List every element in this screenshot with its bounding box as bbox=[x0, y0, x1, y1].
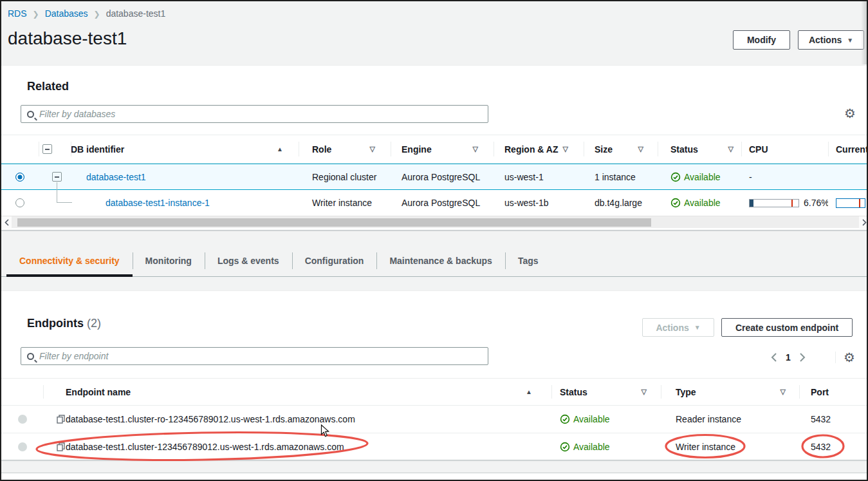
sort-toggle-icon: ▽ bbox=[728, 145, 734, 153]
horizontal-scrollbar[interactable] bbox=[1, 216, 868, 228]
engine-cell: Aurora PostgreSQL bbox=[391, 190, 494, 216]
create-custom-endpoint-label: Create custom endpoint bbox=[735, 323, 838, 333]
role-header-label: Role bbox=[312, 144, 331, 155]
endpoints-count: (2) bbox=[87, 317, 101, 330]
db-identifier-header[interactable]: DB identifier ▲ bbox=[71, 135, 299, 163]
tab-logs-events[interactable]: Logs & events bbox=[205, 245, 292, 276]
breadcrumb-rds-link[interactable]: RDS bbox=[8, 8, 27, 19]
actions-button[interactable]: Actions ▼ bbox=[798, 30, 864, 50]
region-cell: us-west-1b bbox=[494, 190, 584, 216]
tab-monitoring[interactable]: Monitoring bbox=[133, 245, 205, 276]
sort-ascending-icon: ▲ bbox=[526, 388, 532, 395]
endpoint-name: database-test1.cluster-ro-123456789012.u… bbox=[66, 414, 355, 424]
role-cell: Writer instance bbox=[299, 190, 391, 216]
status-header[interactable]: Status ▽ bbox=[658, 135, 741, 163]
modify-button[interactable]: Modify bbox=[733, 30, 790, 50]
cpu-cell: 6.76% bbox=[741, 190, 828, 216]
endpoint-port-cell: 5432 bbox=[799, 433, 868, 460]
endpoint-name-header[interactable]: Endpoint name ▲ bbox=[43, 379, 551, 405]
cpu-header[interactable]: CPU bbox=[741, 135, 828, 163]
cpu-header-label: CPU bbox=[749, 144, 768, 155]
breadcrumb-current: database-test1 bbox=[106, 8, 166, 19]
select-all-column bbox=[1, 135, 39, 163]
table-row[interactable]: database-test1 Regional cluster Aurora P… bbox=[1, 164, 868, 190]
table-row[interactable]: database-test1.cluster-123456789012.us-w… bbox=[1, 433, 868, 460]
endpoints-actions-button-disabled[interactable]: Actions ▼ bbox=[642, 318, 714, 337]
status-cell: Available bbox=[658, 164, 741, 189]
rds-console-screen: RDS❯Databases❯database-test1 database-te… bbox=[0, 0, 868, 481]
endpoints-actions-label: Actions bbox=[656, 323, 688, 333]
select-column bbox=[1, 379, 43, 405]
cpu-value: 6.76% bbox=[804, 198, 828, 208]
region-az-header-label: Region & AZ bbox=[504, 144, 558, 155]
size-header[interactable]: Size ▽ bbox=[584, 135, 658, 163]
database-filter[interactable] bbox=[21, 105, 488, 123]
tab-maintenance-backups[interactable]: Maintenance & backups bbox=[376, 245, 505, 276]
breadcrumb-separator: ❯ bbox=[33, 10, 39, 19]
gear-icon[interactable]: ⚙ bbox=[844, 107, 856, 120]
create-custom-endpoint-button[interactable]: Create custom endpoint bbox=[721, 318, 853, 337]
breadcrumb-databases-link[interactable]: Databases bbox=[45, 8, 88, 19]
tab-configuration[interactable]: Configuration bbox=[292, 245, 377, 276]
current-header[interactable]: Current bbox=[828, 135, 868, 163]
db-table-header: DB identifier ▲ Role ▽ Engine ▽ Region &… bbox=[1, 135, 868, 164]
collapse-all-icon[interactable] bbox=[42, 144, 52, 154]
related-panel: Related ⚙ DB identifier ▲ Role ▽ Engine … bbox=[1, 66, 868, 230]
db-instance-link[interactable]: database-test1-instance-1 bbox=[106, 198, 210, 208]
caret-down-icon: ▼ bbox=[694, 324, 701, 331]
endpoint-status-header[interactable]: Status ▽ bbox=[551, 379, 661, 405]
endpoint-status-cell: Available bbox=[551, 433, 661, 460]
collapse-row-icon[interactable] bbox=[52, 172, 62, 182]
engine-header[interactable]: Engine ▽ bbox=[391, 135, 494, 163]
previous-page-button[interactable] bbox=[771, 353, 777, 362]
row-radio[interactable] bbox=[15, 198, 24, 207]
table-row[interactable]: database-test1.cluster-ro-123456789012.u… bbox=[1, 406, 868, 433]
row-radio-disabled[interactable] bbox=[18, 415, 27, 424]
endpoint-type-header[interactable]: Type ▽ bbox=[661, 379, 799, 405]
engine-cell: Aurora PostgreSQL bbox=[391, 164, 494, 189]
actions-button-label: Actions bbox=[809, 35, 842, 45]
toolbar-divider bbox=[835, 352, 836, 363]
next-section-edge bbox=[1, 473, 868, 481]
check-circle-icon bbox=[670, 172, 681, 182]
status-cell: Available bbox=[658, 190, 741, 216]
cpu-cell: - bbox=[741, 164, 828, 189]
sort-toggle-icon: ▽ bbox=[642, 388, 647, 396]
scroll-left-arrow[interactable] bbox=[1, 216, 12, 229]
endpoint-type-cell: Writer instance bbox=[661, 433, 799, 460]
role-header[interactable]: Role ▽ bbox=[299, 135, 391, 163]
tab-tags[interactable]: Tags bbox=[505, 245, 551, 276]
scroll-right-arrow[interactable] bbox=[859, 216, 868, 229]
endpoints-heading: Endpoints (2) bbox=[27, 317, 101, 330]
breadcrumb-separator: ❯ bbox=[94, 10, 100, 19]
endpoint-name-header-label: Endpoint name bbox=[66, 387, 131, 397]
table-row[interactable]: database-test1-instance-1 Writer instanc… bbox=[1, 190, 868, 216]
current-activity-bar bbox=[836, 198, 865, 208]
gear-icon[interactable]: ⚙ bbox=[844, 351, 855, 364]
region-az-header[interactable]: Region & AZ ▽ bbox=[494, 135, 584, 163]
page-number[interactable]: 1 bbox=[786, 352, 791, 363]
database-filter-input[interactable] bbox=[39, 109, 488, 119]
row-radio-disabled[interactable] bbox=[18, 442, 27, 451]
db-cluster-link[interactable]: database-test1 bbox=[86, 172, 146, 182]
search-icon bbox=[27, 353, 34, 360]
tree-connector-line bbox=[57, 182, 72, 203]
detail-tabs: Connectivity & security Monitoring Logs … bbox=[1, 245, 868, 277]
page-title: database-test1 bbox=[8, 28, 127, 49]
copy-icon[interactable] bbox=[57, 415, 65, 424]
scrollbar-thumb[interactable] bbox=[17, 218, 651, 227]
endpoint-filter-input[interactable] bbox=[39, 351, 488, 361]
next-page-button[interactable] bbox=[800, 353, 806, 362]
db-identifier-header-label: DB identifier bbox=[71, 144, 124, 155]
row-radio-selected[interactable] bbox=[15, 173, 24, 182]
endpoint-filter[interactable] bbox=[21, 347, 488, 365]
check-circle-icon bbox=[560, 442, 570, 452]
current-activity-cell bbox=[828, 164, 868, 189]
caret-down-icon: ▼ bbox=[847, 37, 853, 44]
endpoint-port-header[interactable]: Port bbox=[799, 379, 868, 405]
sort-toggle-icon: ▽ bbox=[780, 388, 786, 396]
tab-connectivity-security[interactable]: Connectivity & security bbox=[6, 245, 133, 276]
copy-icon[interactable] bbox=[57, 442, 65, 451]
size-header-label: Size bbox=[595, 144, 613, 155]
endpoints-panel: Endpoints (2) Actions ▼ Create custom en… bbox=[1, 291, 868, 460]
